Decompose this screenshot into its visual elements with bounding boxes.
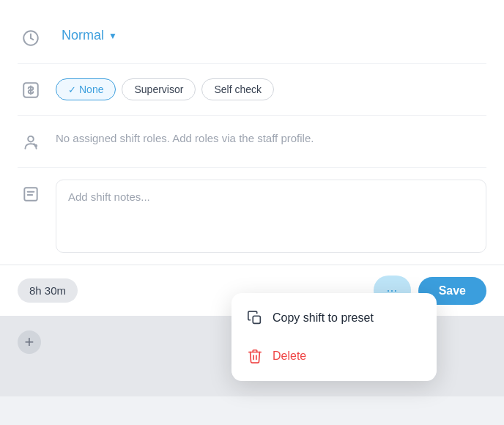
- check-icon: ✓: [68, 84, 76, 95]
- svg-point-5: [28, 136, 34, 142]
- notes-icon: [18, 181, 44, 207]
- copy-preset-label: Copy shift to preset: [273, 311, 374, 325]
- approval-none-label: None: [79, 84, 103, 95]
- trash-icon: [246, 347, 264, 365]
- priority-dropdown[interactable]: Normal ▼: [56, 23, 123, 48]
- roles-icon: [18, 129, 44, 155]
- approval-supervisor-btn[interactable]: Supervisor: [122, 78, 196, 100]
- roles-message: No assigned shift roles. Add roles via t…: [56, 128, 314, 147]
- approval-options: ✓ None Supervisor Self check: [56, 75, 274, 100]
- add-button[interactable]: +: [18, 330, 41, 354]
- approval-selfcheck-btn[interactable]: Self check: [201, 78, 274, 100]
- delete-label: Delete: [273, 350, 306, 363]
- approval-row: ✓ None Supervisor Self check: [18, 64, 486, 116]
- approval-selfcheck-label: Self check: [214, 84, 262, 95]
- duration-badge: 8h 30m: [18, 278, 78, 303]
- copy-preset-item[interactable]: Copy shift to preset: [231, 299, 437, 337]
- dollar-icon: [18, 77, 44, 103]
- chevron-down-icon: ▼: [108, 31, 117, 41]
- main-panel: Normal ▼ ✓ None Supervisor Self check: [0, 0, 504, 265]
- notes-row: [18, 168, 486, 265]
- approval-none-btn[interactable]: ✓ None: [56, 78, 116, 100]
- roles-row: No assigned shift roles. Add roles via t…: [18, 116, 486, 168]
- delete-item[interactable]: Delete: [231, 337, 437, 375]
- svg-rect-10: [253, 316, 260, 323]
- dropdown-popup: Copy shift to preset Delete: [231, 293, 437, 381]
- svg-rect-7: [24, 188, 37, 200]
- approval-supervisor-label: Supervisor: [134, 84, 183, 95]
- copy-icon: [246, 309, 264, 327]
- priority-label: Normal: [62, 28, 104, 43]
- plus-icon: +: [25, 333, 34, 352]
- notes-input[interactable]: [56, 180, 486, 253]
- svg-line-2: [31, 38, 33, 40]
- clock-icon: [18, 25, 44, 51]
- priority-row: Normal ▼: [18, 12, 486, 64]
